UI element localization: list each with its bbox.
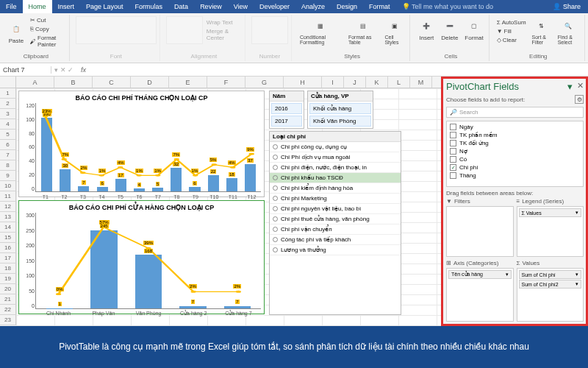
checkbox-icon[interactable] xyxy=(450,156,456,163)
slicer-item[interactable]: Khối Văn Phòng xyxy=(309,116,371,127)
row-header[interactable]: 19 xyxy=(0,274,16,284)
find-select-button[interactable]: 🔍Find & Select xyxy=(556,16,581,46)
paste-button[interactable]: 📋Paste xyxy=(6,19,26,46)
insert-cells-button[interactable]: ➕Insert xyxy=(416,16,437,43)
format-cells-button[interactable]: ▢Format xyxy=(462,16,485,43)
checkbox-icon[interactable] xyxy=(450,140,456,146)
row-header[interactable]: 22 xyxy=(0,305,16,315)
slicer-year[interactable]: Năm 20162017 xyxy=(269,91,304,129)
tab-design[interactable]: Design xyxy=(331,0,363,13)
col-header[interactable]: K xyxy=(366,77,388,88)
cost-type-item[interactable]: Chi phí công cụ, dụng cụ xyxy=(270,142,401,152)
share-button[interactable]: 👤 Share xyxy=(553,3,581,10)
tab-insert[interactable]: Insert xyxy=(52,0,81,13)
cost-type-item[interactable]: Chi phí khấu hao TSCĐ xyxy=(270,173,401,183)
cost-type-item[interactable]: Chi phí nguyên vật liệu, bao bì xyxy=(270,204,401,214)
gear-icon[interactable]: ⚙ xyxy=(575,95,584,104)
tab-review[interactable]: Review xyxy=(194,0,228,13)
field-item[interactable]: Nợ xyxy=(448,147,581,155)
tab-file[interactable]: File xyxy=(0,0,23,13)
row-header[interactable]: 10 xyxy=(0,181,16,191)
field-item[interactable]: Có xyxy=(448,155,581,163)
field-item[interactable]: TK đối ứng xyxy=(448,139,581,147)
col-header[interactable]: M xyxy=(410,77,432,88)
slicer-item[interactable]: Khối cửa hàng xyxy=(309,103,371,114)
tab-formulas[interactable]: Formulas xyxy=(129,0,169,13)
row-header[interactable]: 18 xyxy=(0,263,16,274)
tell-me[interactable]: 💡 Tell me what you want to do xyxy=(402,3,493,10)
tab-analyze[interactable]: Analyze xyxy=(295,0,331,13)
col-header[interactable]: L xyxy=(388,77,410,88)
row-header[interactable]: 14 xyxy=(0,222,16,233)
area-filters[interactable]: ▼Filters xyxy=(446,198,514,257)
row-header[interactable]: 11 xyxy=(0,191,16,202)
tab-view[interactable]: View xyxy=(228,0,254,13)
col-header[interactable]: C xyxy=(93,77,131,88)
col-header[interactable]: E xyxy=(169,77,207,88)
area-values[interactable]: ΣValues Sum of Chi phí▾ Sum of Chi phí2▾ xyxy=(517,260,584,322)
row-header[interactable]: 6 xyxy=(0,140,16,150)
area-axis[interactable]: ⊞Axis (Categories) Tên cửa hàng▾ xyxy=(446,260,514,322)
pivot-chart-1[interactable]: BÁO CÁO CHI PHÍ THÁNG CHỌN LOẠI CP120100… xyxy=(18,91,265,197)
tab-format[interactable]: Format xyxy=(363,0,396,13)
row-header[interactable]: 9 xyxy=(0,171,16,181)
slicer-store[interactable]: Cửa hàng, VP Khối cửa hàngKhối Văn Phòng xyxy=(307,91,373,129)
autosum-button[interactable]: Σ AutoSum xyxy=(495,18,528,26)
name-box[interactable]: Chart 7 xyxy=(0,66,51,74)
checkbox-icon[interactable] xyxy=(450,172,456,179)
tab-home[interactable]: Home xyxy=(23,0,52,13)
col-header[interactable]: I xyxy=(322,77,344,88)
format-painter-button[interactable]: 🖌 Format Painter xyxy=(29,34,66,49)
wrap-text-button[interactable]: Wrap Text xyxy=(205,18,242,26)
row-header[interactable]: 2 xyxy=(0,99,16,109)
pivot-chart-2[interactable]: BÁO CÁO CHI PHÍ CỬA HÀNG CHỌN LOẠI CP300… xyxy=(18,200,265,314)
cost-type-item[interactable]: Chi Phí dịch vụ mua ngoài xyxy=(270,152,401,163)
cost-type-item[interactable]: Lương và thưởng xyxy=(270,245,401,255)
cost-type-item[interactable]: Công tác phí và tiếp khách xyxy=(270,235,401,245)
cost-type-item[interactable]: Chi phí kiểm định hàng hóa xyxy=(270,183,401,194)
cells-canvas[interactable]: BÁO CÁO CHI PHÍ THÁNG CHỌN LOẠI CP120100… xyxy=(16,88,441,326)
checkbox-icon[interactable] xyxy=(450,148,456,155)
merge-center-button[interactable]: Merge & Center xyxy=(205,27,242,42)
col-header[interactable]: A xyxy=(16,77,54,88)
clear-button[interactable]: ◇ Clear xyxy=(495,36,528,44)
copy-button[interactable]: ⎘ Copy xyxy=(29,25,66,33)
delete-cells-button[interactable]: ➖Delete xyxy=(439,16,460,43)
format-table-button[interactable]: ▤Format as Table xyxy=(346,16,381,46)
row-header[interactable]: 5 xyxy=(0,130,16,140)
row-header[interactable]: 16 xyxy=(0,243,16,253)
row-header[interactable]: 23 xyxy=(0,315,16,325)
col-header[interactable]: F xyxy=(207,77,245,88)
col-header[interactable]: G xyxy=(245,77,284,88)
field-item[interactable]: TK phần mềm xyxy=(448,131,581,139)
cost-type-item[interactable]: Chi phí thuê cửa hàng, văn phòng xyxy=(270,214,401,224)
col-header[interactable]: B xyxy=(54,77,93,88)
slicer-item[interactable]: 2017 xyxy=(271,116,302,127)
row-header[interactable]: 3 xyxy=(0,109,16,119)
row-header[interactable]: 20 xyxy=(0,284,16,294)
field-item[interactable]: ✓Chi phí xyxy=(448,163,581,171)
row-header[interactable]: 21 xyxy=(0,294,16,305)
row-header[interactable]: 15 xyxy=(0,233,16,243)
fill-button[interactable]: ▼ Fill xyxy=(495,27,528,35)
tab-developer[interactable]: Developer xyxy=(254,0,295,13)
field-item[interactable]: Tháng xyxy=(448,171,581,180)
row-header[interactable]: 8 xyxy=(0,160,16,171)
select-all-corner[interactable] xyxy=(0,77,16,88)
cost-type-list[interactable]: Loại chi phí Chi phí công cụ, dụng cụChi… xyxy=(269,131,401,315)
cost-type-item[interactable]: Chi phí điện, nước, điện thoại, in xyxy=(270,163,401,173)
pane-dropdown-icon[interactable]: ▾ xyxy=(567,81,573,92)
field-item[interactable]: Ngày xyxy=(448,123,581,131)
row-header[interactable]: 1 xyxy=(0,88,16,99)
cond-format-button[interactable]: ▦Conditional Formatting xyxy=(298,16,344,46)
sort-filter-button[interactable]: ⇅Sort & Filter xyxy=(530,16,553,46)
row-header[interactable]: 12 xyxy=(0,202,16,212)
slicer-item[interactable]: 2016 xyxy=(271,103,302,114)
checkbox-icon[interactable] xyxy=(450,132,456,138)
col-header[interactable]: D xyxy=(131,77,169,88)
row-header[interactable]: 13 xyxy=(0,212,16,222)
row-header[interactable]: 17 xyxy=(0,253,16,263)
cell-styles-button[interactable]: ▣Cell Styles xyxy=(382,16,406,46)
cut-button[interactable]: ✂ Cut xyxy=(29,16,66,24)
cost-type-item[interactable]: Chi phí vận chuyển xyxy=(270,224,401,235)
